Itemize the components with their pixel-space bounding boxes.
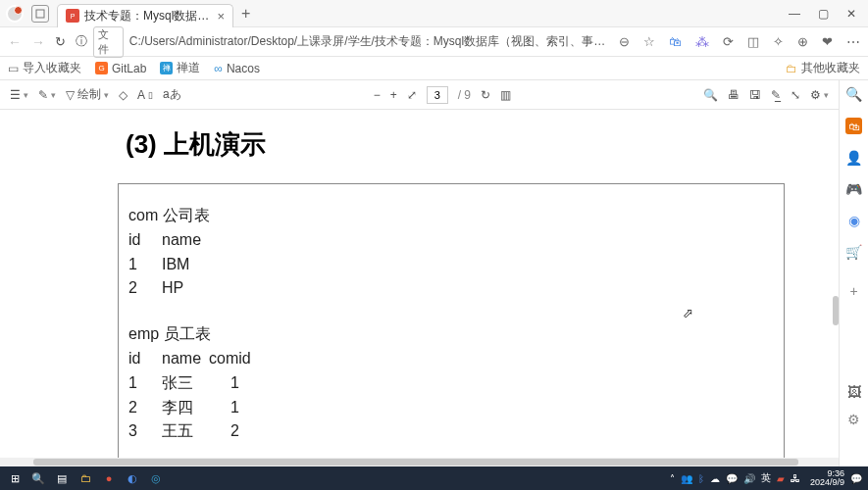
notifications-icon[interactable]: 💬 <box>850 473 862 484</box>
title-bar: P 技术专题：Mysql数据库（视图 × + — ▢ ✕ <box>0 0 868 27</box>
favorite-icon[interactable]: ☆ <box>643 34 655 49</box>
read-aloud-button[interactable]: aあ <box>163 86 181 103</box>
other-label: 其他收藏夹 <box>801 60 860 76</box>
zoom-icon[interactable]: ⊖ <box>619 34 630 49</box>
taskbar-edge[interactable]: ◎ <box>147 469 165 487</box>
emp-hdr-id: id <box>128 347 162 371</box>
save-as-button[interactable]: ✎̲ <box>771 88 781 102</box>
tray-network-icon[interactable]: 🖧 <box>791 473 800 484</box>
taskbar-app-1[interactable]: ● <box>100 469 118 487</box>
text-button[interactable]: A▯ <box>137 88 153 102</box>
address-bar: ← → ↻ ⓘ 文件 C:/Users/Administrator/Deskto… <box>0 27 868 57</box>
new-tab-button[interactable]: + <box>241 5 250 23</box>
taskbar-explorer[interactable]: 🗀 <box>77 469 94 487</box>
sidebar-games-icon[interactable]: 🎮 <box>845 181 862 197</box>
taskbar-search[interactable]: 🔍 <box>29 469 47 487</box>
emp-r1-name: 张三 <box>162 371 230 396</box>
tray-ime[interactable]: 英 <box>761 471 771 485</box>
sidebar-outlook-icon[interactable]: ◉ <box>848 213 860 228</box>
task-view[interactable]: ▤ <box>53 469 71 487</box>
save-button[interactable]: 🖫 <box>749 88 761 102</box>
sidebar-settings-icon[interactable]: ⚙ <box>847 412 861 427</box>
import-bookmarks[interactable]: ▭ 导入收藏夹 <box>8 60 81 76</box>
windows-taskbar: ⊞ 🔍 ▤ 🗀 ● ◐ ◎ ˄ 👥 ᛒ ☁ 💬 🔊 英 ▰ 🖧 9:36 202… <box>0 466 868 490</box>
system-tray[interactable]: ˄ 👥 ᛒ ☁ 💬 🔊 英 ▰ 🖧 9:36 2024/9/9 💬 <box>670 469 862 487</box>
start-button[interactable]: ⊞ <box>6 469 24 487</box>
forward-button[interactable]: → <box>31 34 45 50</box>
url-box[interactable]: ⓘ 文件 C:/Users/Administrator/Desktop/上课录屏… <box>76 26 609 58</box>
erase-button[interactable]: ◇ <box>119 88 128 102</box>
pdf-page[interactable]: (3) 上机演示 com 公司表 idname 1IBM 2HP emp 员工表… <box>0 110 839 458</box>
minimize-button[interactable]: — <box>789 7 800 21</box>
window-controls: — ▢ ✕ <box>789 7 862 21</box>
sidebar-shopping-icon[interactable]: 🛍 <box>845 118 862 134</box>
reload-button[interactable]: ↻ <box>55 34 66 49</box>
vertical-scrollbar[interactable] <box>833 296 839 325</box>
other-bookmarks[interactable]: 🗀 其他收藏夹 <box>786 60 860 76</box>
copilot-icon[interactable]: ⁂ <box>695 34 709 50</box>
profile-avatar[interactable] <box>6 5 24 23</box>
refresh-ext-icon[interactable]: ⟳ <box>723 34 734 49</box>
maximize-button[interactable]: ▢ <box>818 7 829 21</box>
sidebar-image-icon[interactable]: 🖼 <box>847 384 861 400</box>
back-button[interactable]: ← <box>8 34 22 50</box>
shopping-icon[interactable]: 🛍 <box>669 34 682 49</box>
bookmark-zentao[interactable]: 禅 禅道 <box>160 60 200 76</box>
horizontal-scrollbar[interactable] <box>0 458 839 466</box>
sidebar-add-icon[interactable]: + <box>849 283 857 299</box>
tray-up-icon[interactable]: ˄ <box>670 473 675 484</box>
emp-r2-comid: 1 <box>230 396 239 420</box>
tray-bt-icon[interactable]: ᛒ <box>698 473 704 484</box>
edge-sidebar: 🔍 🛍 👤 🎮 ◉ 🛒 + 🖼 ⚙ <box>839 80 868 466</box>
bookmark-gitlab[interactable]: G GitLab <box>95 62 146 75</box>
workspaces-icon[interactable] <box>31 5 49 23</box>
import-label: 导入收藏夹 <box>23 60 81 76</box>
print-button[interactable]: 🖶 <box>728 88 740 102</box>
tab-close-button[interactable]: × <box>217 9 225 24</box>
emp-r3-id: 3 <box>128 419 162 444</box>
com-r2-id: 2 <box>128 276 162 301</box>
page-view-button[interactable]: ▥ <box>500 88 511 102</box>
tray-app-x[interactable]: ▰ <box>777 473 785 484</box>
extensions-icon[interactable]: ✧ <box>773 34 784 49</box>
performance-icon[interactable]: ❤ <box>822 34 833 49</box>
code-box: com 公司表 idname 1IBM 2HP emp 员工表 idnameco… <box>118 183 785 458</box>
close-button[interactable]: ✕ <box>846 7 856 21</box>
collections-icon[interactable]: ⊕ <box>797 34 808 49</box>
taskbar-clock[interactable]: 9:36 2024/9/9 <box>810 469 844 487</box>
address-actions: ⊖ ☆ 🛍 ⁂ ⟳ ◫ ✧ ⊕ ❤ ⋯ <box>619 34 860 50</box>
import-icon: ▭ <box>8 62 19 75</box>
draw-label: 绘制 <box>77 86 101 103</box>
sidebar-tools-icon[interactable]: 👤 <box>845 150 862 166</box>
info-icon[interactable]: ⓘ <box>76 33 87 50</box>
fullscreen-button[interactable]: ⤡ <box>791 88 800 102</box>
zoom-out-button[interactable]: − <box>374 88 381 102</box>
emp-title: emp 员工表 <box>128 322 211 347</box>
tray-volume-icon[interactable]: 🔊 <box>743 473 755 484</box>
hscroll-thumb[interactable] <box>33 459 798 466</box>
draw-button[interactable]: ▽ 绘制▾ <box>66 86 109 103</box>
pdf-viewer: ☰▾ ✎▾ ▽ 绘制▾ ◇ A▯ aあ − + ⤢ / 9 ↻ ▥ 🔍 🖶 🖫 … <box>0 80 839 466</box>
page-total: / 9 <box>458 88 471 102</box>
sidebar-search-icon[interactable]: 🔍 <box>845 86 862 102</box>
sidebar-cart-icon[interactable]: 🛒 <box>845 244 862 260</box>
tray-people-icon[interactable]: 👥 <box>681 473 692 484</box>
toc-button[interactable]: ☰▾ <box>10 88 28 102</box>
fit-page-button[interactable]: ⤢ <box>407 88 417 102</box>
url-text: C:/Users/Administrator/Desktop/上课录屏/学生/技… <box>129 33 609 50</box>
browser-tab[interactable]: P 技术专题：Mysql数据库（视图 × <box>57 4 233 27</box>
zoom-in-button[interactable]: + <box>390 88 397 102</box>
tray-wechat-icon[interactable]: 💬 <box>726 473 738 484</box>
rotate-button[interactable]: ↻ <box>481 88 490 102</box>
menu-button[interactable]: ⋯ <box>846 34 860 50</box>
pdf-settings-button[interactable]: ⚙▾ <box>810 88 829 102</box>
content-area: ☰▾ ✎▾ ▽ 绘制▾ ◇ A▯ aあ − + ⤢ / 9 ↻ ▥ 🔍 🖶 🖫 … <box>0 80 868 466</box>
highlighter-button[interactable]: ✎▾ <box>38 88 56 102</box>
page-input[interactable] <box>427 86 448 104</box>
gitlab-label: GitLab <box>112 62 146 75</box>
taskbar-app-2[interactable]: ◐ <box>124 469 141 487</box>
find-button[interactable]: 🔍 <box>703 88 718 102</box>
bookmark-nacos[interactable]: ∞ Nacos <box>214 62 260 75</box>
split-screen-icon[interactable]: ◫ <box>747 34 759 49</box>
tray-onedrive-icon[interactable]: ☁ <box>710 473 720 484</box>
